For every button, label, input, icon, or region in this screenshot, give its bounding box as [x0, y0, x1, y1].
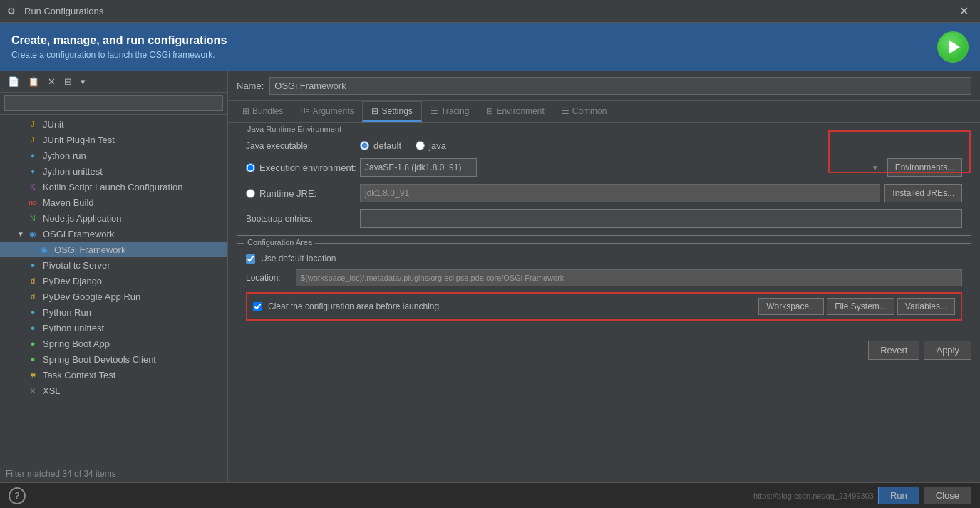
sidebar-item-label: Python Run	[43, 307, 91, 318]
close-dialog-button[interactable]: Close	[924, 487, 971, 504]
sidebar-item-maven[interactable]: no Maven Build	[0, 195, 227, 210]
maven-icon: no	[27, 197, 38, 208]
sidebar-item-kotlin[interactable]: K Kotlin Script Launch Configuration	[0, 179, 227, 195]
delete-config-button[interactable]: ✕	[44, 74, 59, 89]
sidebar-item-label: PyDev Google App Run	[43, 291, 140, 302]
config-section: Configuration Area Use default location …	[237, 243, 971, 328]
run-dialog-button[interactable]: Run	[878, 487, 919, 504]
arguments-tab-icon: H=	[300, 107, 309, 115]
installed-jres-button[interactable]: Installed JREs...	[884, 184, 962, 202]
help-button[interactable]: ?	[9, 487, 26, 504]
new-config-button[interactable]: 📄	[4, 74, 23, 89]
exec-env-select[interactable]: JavaSE-1.8 (jdk1.8.0_91) JavaSE-11 JavaS…	[360, 158, 477, 177]
use-default-label[interactable]: Use default location	[261, 254, 336, 264]
environment-tab-label: Environment	[496, 106, 544, 116]
revert-button[interactable]: Revert	[868, 341, 919, 360]
workspace-button[interactable]: Workspace...	[758, 298, 824, 315]
sidebar-item-pivotal[interactable]: ● Pivotal tc Server	[0, 257, 227, 273]
sidebar-item-task-context[interactable]: ✱ Task Context Test	[0, 367, 227, 383]
osgi-fw-icon: ◉	[38, 244, 50, 255]
python-unittest-icon: ●	[27, 322, 38, 333]
jython-unittest-icon: ♦	[27, 165, 38, 177]
tab-bundles[interactable]: ⊞ Bundles	[234, 101, 292, 122]
sidebar-item-nodejs[interactable]: N Node.js Application	[0, 210, 227, 226]
runtime-jre-input[interactable]	[360, 184, 880, 202]
content-area: Name: ⊞ Bundles H= Arguments ⊟ Settings …	[228, 71, 980, 482]
title-bar: ⚙ Run Configurations ✕	[0, 0, 980, 23]
duplicate-config-button[interactable]: 📋	[24, 74, 43, 89]
sidebar-item-jython-run[interactable]: ♦ Jython run	[0, 147, 227, 163]
filter-config-button[interactable]: ⊟	[61, 74, 76, 89]
settings-tab-icon: ⊟	[371, 106, 378, 116]
tab-arguments[interactable]: H= Arguments	[292, 101, 362, 122]
tracing-tab-icon: ☰	[430, 106, 438, 116]
exec-env-select-wrapper: JavaSE-1.8 (jdk1.8.0_91) JavaSE-11 JavaS…	[360, 158, 883, 177]
config-section-body: Use default location Location: Clear the…	[237, 244, 971, 328]
junit-icon: J	[27, 118, 38, 130]
location-input[interactable]	[296, 269, 962, 286]
sidebar-item-spring-boot[interactable]: ● Spring Boot App	[0, 336, 227, 351]
radio-java-label: java	[429, 140, 446, 151]
name-input[interactable]	[269, 77, 971, 95]
java-executable-label: Java executable:	[246, 141, 360, 151]
header-text: Create, manage, and run configurations C…	[11, 34, 227, 60]
sidebar-item-label: Jython unittest	[43, 166, 103, 177]
exec-env-radio-label[interactable]: Execution environment:	[246, 162, 360, 173]
environments-button[interactable]: Environments...	[887, 158, 962, 177]
collapse-config-button[interactable]: ▾	[77, 74, 89, 89]
sidebar-item-label: Python unittest	[43, 323, 104, 333]
footer-right: https://blog.csdn.net/qq_23499303 Run Cl…	[753, 487, 971, 504]
search-input[interactable]	[4, 95, 223, 111]
sidebar-item-python-run[interactable]: ● Python Run	[0, 304, 227, 320]
clear-checkbox[interactable]	[253, 302, 262, 311]
runtime-jre-radio-input[interactable]	[246, 189, 255, 198]
bootstrap-row: Bootstrap entries:	[246, 209, 962, 228]
sidebar-item-osgi-fw[interactable]: ◉ OSGi Framework	[0, 242, 227, 257]
variables-button[interactable]: Variables...	[897, 298, 955, 315]
sidebar-item-spring-devtools[interactable]: ● Spring Boot Devtools Client	[0, 351, 227, 367]
sidebar-item-junit-plugin[interactable]: J JUnit Plug-in Test	[0, 132, 227, 147]
common-tab-label: Common	[572, 106, 607, 116]
run-button[interactable]	[937, 31, 969, 63]
radio-java-input[interactable]	[416, 141, 425, 150]
close-button[interactable]: ✕	[955, 3, 973, 19]
sidebar-item-jython-unittest[interactable]: ♦ Jython unittest	[0, 163, 227, 179]
file-system-button[interactable]: File System...	[827, 298, 894, 315]
apply-button[interactable]: Apply	[924, 341, 971, 360]
bootstrap-input[interactable]	[360, 209, 962, 228]
tab-settings[interactable]: ⊟ Settings	[362, 101, 421, 122]
exec-env-radio-input[interactable]	[246, 163, 255, 172]
tabs-bar: ⊞ Bundles H= Arguments ⊟ Settings ☰ Trac…	[228, 101, 980, 123]
footer-url: https://blog.csdn.net/qq_23499303	[753, 492, 874, 500]
sidebar: 📄 📋 ✕ ⊟ ▾ J JUnit J JUnit Plug-in Test ♦	[0, 71, 228, 482]
header: Create, manage, and run configurations C…	[0, 23, 980, 71]
select-arrow-icon: ▼	[872, 164, 879, 172]
tab-tracing[interactable]: ☰ Tracing	[422, 101, 478, 122]
arguments-tab-label: Arguments	[312, 106, 354, 116]
app-icon: ⚙	[7, 6, 19, 17]
tab-environment[interactable]: ⊞ Environment	[478, 101, 552, 122]
location-label: Location:	[246, 273, 296, 283]
tracing-tab-label: Tracing	[441, 106, 470, 116]
header-subtitle: Create a configuration to launch the OSG…	[11, 50, 227, 60]
sidebar-item-osgi-group[interactable]: ▼ ◉ OSGi Framework	[0, 226, 227, 242]
sidebar-search-container	[0, 93, 227, 115]
jre-section-title: Java Runtime Environment	[244, 125, 344, 133]
python-run-icon: ●	[27, 306, 38, 318]
sidebar-item-xsl[interactable]: ✕ XSL	[0, 383, 227, 398]
radio-java[interactable]: java	[416, 140, 446, 151]
exec-env-label: Execution environment:	[259, 162, 356, 173]
sidebar-item-python-unittest[interactable]: ● Python unittest	[0, 320, 227, 336]
dialog-footer: ? https://blog.csdn.net/qq_23499303 Run …	[0, 482, 980, 508]
main-area: 📄 📋 ✕ ⊟ ▾ J JUnit J JUnit Plug-in Test ♦	[0, 71, 980, 482]
sidebar-item-pydev-gae[interactable]: d PyDev Google App Run	[0, 289, 227, 304]
radio-default[interactable]: default	[360, 140, 401, 151]
sidebar-item-junit[interactable]: J JUnit	[0, 116, 227, 132]
runtime-jre-radio-label[interactable]: Runtime JRE:	[246, 188, 360, 199]
clear-label[interactable]: Clear the configuration area before laun…	[268, 301, 439, 311]
use-default-checkbox[interactable]	[246, 254, 255, 264]
sidebar-item-pydev-django[interactable]: d PyDev Django	[0, 273, 227, 289]
bundles-tab-label: Bundles	[252, 106, 283, 116]
radio-default-input[interactable]	[360, 141, 369, 150]
tab-common[interactable]: ☰ Common	[553, 101, 616, 122]
